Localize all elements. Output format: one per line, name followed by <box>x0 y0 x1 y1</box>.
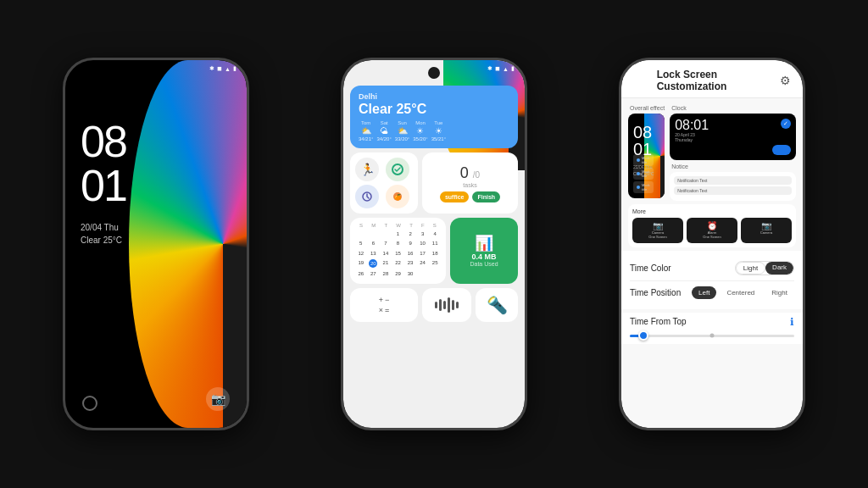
forecast-tom: Tom ⛅ 34/21° <box>359 120 373 141</box>
camera-label: Camera <box>760 231 772 236</box>
clock-preview-time: 08:01 <box>675 119 791 132</box>
notice-item-1: Notification Text <box>674 176 792 185</box>
home-button[interactable] <box>82 396 97 411</box>
voice-widget[interactable] <box>422 288 471 322</box>
time-from-top-slider[interactable] <box>630 335 794 337</box>
clock-preview[interactable]: 08:01 20 April 23 Thursday ✓ <box>670 114 796 160</box>
task-count: 0 /0 <box>460 164 480 182</box>
cal-day-14[interactable]: 14 <box>380 249 392 258</box>
today-marker: 20 <box>369 259 377 268</box>
cal-day-28[interactable]: 28 <box>380 269 392 278</box>
cal-day-19[interactable]: 19 <box>355 258 367 269</box>
position-left-option[interactable]: Left <box>692 286 716 299</box>
cal-tue: T <box>384 223 387 228</box>
app-green-icon[interactable] <box>386 158 409 181</box>
app-food-icon[interactable]: 🍊 <box>386 185 409 208</box>
time-from-top-section: Time From Top ℹ <box>621 313 803 344</box>
voice-bar-1 <box>435 302 437 308</box>
clock-toggle[interactable] <box>772 145 791 155</box>
slider-thumb[interactable] <box>638 330 648 341</box>
torch-widget[interactable]: 🔦 <box>476 288 518 322</box>
calculator-widget[interactable]: + − × = <box>350 288 418 322</box>
overall-preview[interactable]: 08 01 20/04 Thu Clear 25°C Mock title <box>628 114 665 198</box>
more-item-camera[interactable]: 📷 Camera <box>741 218 792 243</box>
cal-day-24[interactable]: 24 <box>417 258 429 269</box>
time-color-options[interactable]: Light Dark <box>735 261 794 275</box>
weather-widget[interactable]: Delhi Clear 25°C Tom ⛅ 34/21° Sat 🌤 <box>350 86 518 148</box>
camera-button[interactable]: 📷 <box>206 387 230 411</box>
position-centered-option[interactable]: Centered <box>720 286 761 299</box>
calc-grid: + − × = <box>379 296 390 314</box>
cal-day-6[interactable]: 6 <box>368 239 380 247</box>
cal-empty-end <box>429 269 441 278</box>
cal-empty-end <box>417 269 429 278</box>
apps-widget[interactable]: 🏃 🍊 <box>350 152 418 214</box>
cal-fri: F <box>421 223 425 228</box>
cal-day-12[interactable]: 12 <box>355 249 367 258</box>
cal-day-16[interactable]: 16 <box>404 249 416 258</box>
app-run-icon[interactable]: 🏃 <box>355 158 379 181</box>
alarm-label: AlarmOne Screen <box>703 231 721 240</box>
cal-day-9[interactable]: 9 <box>404 239 416 247</box>
color-light-option[interactable]: Light <box>736 262 765 274</box>
finish-button[interactable]: Finish <box>472 191 500 202</box>
time-from-top-label: Time From Top ℹ <box>630 316 794 328</box>
notify-dot <box>637 186 640 189</box>
overall-notifications: Mock title Mock title Mock title <box>633 154 654 193</box>
cal-day-17[interactable]: 17 <box>417 249 429 258</box>
date-text: 20/04 Thu <box>81 221 122 234</box>
task-widget[interactable]: 0 /0 tasks suffice Finish <box>422 152 518 214</box>
voice-bar-4 <box>448 297 450 313</box>
cal-day-22[interactable]: 22 <box>392 258 404 269</box>
calc-plus: + <box>379 296 383 304</box>
cal-day-18[interactable]: 18 <box>429 249 441 258</box>
phone-3: Lock Screen Customization ⚙ Overall effe… <box>619 58 805 430</box>
time-position-options: Left Centered Right <box>692 286 794 299</box>
color-dark-option[interactable]: Dark <box>765 262 793 274</box>
cal-day-30[interactable]: 30 <box>404 269 416 278</box>
more-item-camera-screen[interactable]: 📷 CameraOne Screen <box>632 218 683 243</box>
cal-day-10[interactable]: 10 <box>417 239 429 247</box>
svg-text:🍊: 🍊 <box>394 193 402 201</box>
cal-day-15[interactable]: 15 <box>392 249 404 258</box>
phone-3-screen: Lock Screen Customization ⚙ Overall effe… <box>621 60 803 428</box>
data-usage-widget[interactable]: 📊 0.4 MB Data Used <box>450 218 518 284</box>
cal-day-7[interactable]: 7 <box>380 239 392 247</box>
cal-day-11[interactable]: 11 <box>429 239 441 247</box>
phone-2-notch <box>428 67 440 79</box>
cal-day-21[interactable]: 21 <box>380 258 392 269</box>
overall-preview-time: 08 01 <box>633 124 652 158</box>
slider-info-icon: ℹ <box>790 316 794 328</box>
more-item-alarm[interactable]: ⏰ AlarmOne Screen <box>687 218 737 243</box>
task-buttons: suffice Finish <box>440 191 500 202</box>
time-color-label: Time Color <box>630 263 671 273</box>
cal-day-5[interactable]: 5 <box>355 239 367 247</box>
position-right-option[interactable]: Right <box>765 286 794 299</box>
cal-day-25[interactable]: 25 <box>429 258 441 269</box>
slider-midpoint <box>710 334 715 338</box>
suffice-button[interactable]: suffice <box>440 191 470 202</box>
notice-preview: Notification Text Notification Text <box>670 172 796 201</box>
calendar-header: S M T W T F S <box>355 223 441 228</box>
cal-day-27[interactable]: 27 <box>368 269 380 278</box>
cal-day-20-today[interactable]: 20 <box>368 258 380 269</box>
cal-day-23[interactable]: 23 <box>404 258 416 269</box>
cal-day-1[interactable]: 1 <box>392 230 404 238</box>
time-from-top-text: Time From Top <box>630 317 687 326</box>
cal-day-4[interactable]: 4 <box>429 230 441 238</box>
cal-day-3[interactable]: 3 <box>417 230 429 238</box>
calendar-widget[interactable]: S M T W T F S <box>350 218 446 284</box>
app-timer-icon[interactable] <box>355 185 379 208</box>
cal-day-13[interactable]: 13 <box>368 249 380 258</box>
cal-day-8[interactable]: 8 <box>392 239 404 247</box>
settings-icon[interactable]: ⚙ <box>780 74 791 87</box>
phone-2: ✱ ◼ ▲ ▮ Delhi Clear 25°C Tom ⛅ <box>341 58 527 430</box>
cal-day-2[interactable]: 2 <box>404 230 416 238</box>
overall-label: Overall effect <box>628 105 665 111</box>
phone-1: ✱ ◼ ▲ ▮ 08 01 20/04 Thu Clear 25°C 📷 <box>63 58 249 430</box>
cal-day-29[interactable]: 29 <box>392 269 404 278</box>
cal-day-26[interactable]: 26 <box>355 269 367 278</box>
weather-city: Delhi <box>359 92 509 101</box>
phone-1-art <box>129 60 247 428</box>
customization-title: Lock Screen Customization <box>657 69 780 92</box>
